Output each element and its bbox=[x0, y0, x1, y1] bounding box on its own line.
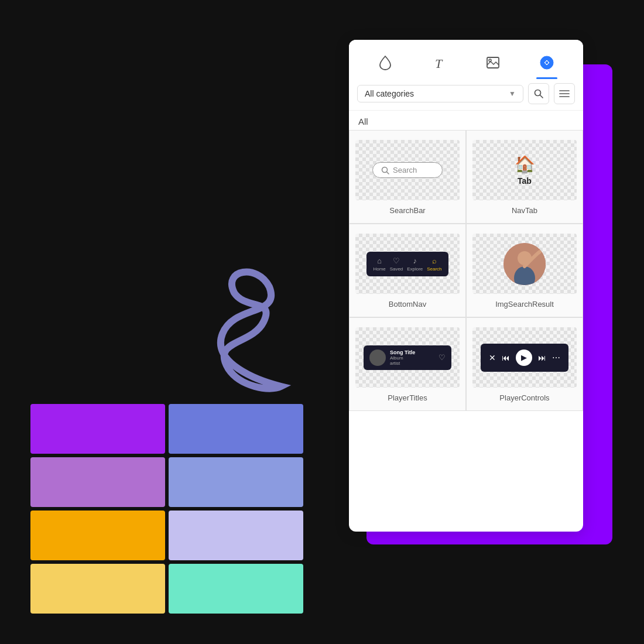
svg-line-6 bbox=[540, 95, 543, 98]
song-title: Song Title bbox=[390, 350, 415, 355]
bottomnav-home: ⌂ Home bbox=[373, 256, 385, 272]
prev-button[interactable]: ⏮ bbox=[502, 353, 510, 362]
playertitles-preview-area: Song Title Album artist ♡ bbox=[355, 327, 460, 388]
search-preview-icon bbox=[381, 166, 389, 174]
navtab-label: NavTab bbox=[512, 206, 537, 215]
svg-point-4 bbox=[546, 61, 548, 64]
menu-filter-button[interactable] bbox=[554, 83, 575, 104]
player-thumbnail bbox=[369, 350, 386, 366]
ribbon-decoration bbox=[164, 252, 363, 398]
text-icon[interactable]: T bbox=[429, 52, 450, 73]
searchbar-preview-area: Search bbox=[355, 140, 460, 200]
heart-icon: ♡ bbox=[439, 353, 446, 362]
album-name: Album bbox=[390, 355, 415, 361]
play-button[interactable]: ▶ bbox=[516, 350, 532, 366]
svg-line-11 bbox=[387, 172, 389, 174]
bottomnav-explore: ♪ Explore bbox=[407, 256, 423, 272]
component-cell-imgsearch[interactable]: ImgSearchResult bbox=[466, 224, 583, 317]
filter-row: All categories ▼ bbox=[349, 77, 583, 111]
swatch-blue-light[interactable] bbox=[169, 457, 303, 507]
more-button[interactable]: ⋯ bbox=[552, 353, 560, 362]
panel-toolbar: T bbox=[349, 40, 583, 77]
searchbar-preview: Search bbox=[372, 162, 443, 178]
swatch-yellow[interactable] bbox=[30, 564, 165, 614]
chevron-down-icon: ▼ bbox=[509, 90, 516, 98]
component-cell-bottomnav[interactable]: ⌂ Home ♡ Saved ♪ Explore ⌕ Search bbox=[349, 224, 466, 317]
navtab-preview-area: 🏠 Tab bbox=[472, 140, 577, 200]
tab-label: Tab bbox=[518, 176, 532, 186]
category-label: All categories bbox=[365, 89, 414, 98]
searchbar-label: SearchBar bbox=[389, 206, 425, 215]
category-dropdown[interactable]: All categories ▼ bbox=[357, 85, 523, 102]
playercontrols-preview: ✕ ⏮ ▶ ⏭ ⋯ bbox=[481, 344, 568, 372]
components-grid: Search SearchBar 🏠 Tab NavTab ⌂ Home bbox=[349, 130, 583, 411]
component-cell-playercontrols[interactable]: ✕ ⏮ ▶ ⏭ ⋯ PlayerControls bbox=[466, 317, 583, 411]
swatch-teal[interactable] bbox=[169, 564, 303, 614]
swatch-purple-dark[interactable] bbox=[30, 404, 165, 454]
swatch-blue-medium[interactable] bbox=[169, 404, 303, 454]
bottomnav-preview: ⌂ Home ♡ Saved ♪ Explore ⌕ Search bbox=[366, 252, 448, 276]
swatch-lavender[interactable] bbox=[169, 511, 303, 560]
swatch-purple-light[interactable] bbox=[30, 457, 165, 507]
playercontrols-preview-area: ✕ ⏮ ▶ ⏭ ⋯ bbox=[472, 327, 577, 388]
svg-text:T: T bbox=[435, 56, 443, 70]
component-cell-playertitles[interactable]: Song Title Album artist ♡ PlayerTitles bbox=[349, 317, 466, 411]
player-text: Song Title Album artist bbox=[390, 350, 415, 366]
component-cell-navtab[interactable]: 🏠 Tab NavTab bbox=[466, 130, 583, 224]
avatar-image bbox=[503, 243, 546, 285]
playertitles-left: Song Title Album artist bbox=[369, 350, 415, 366]
artist-name: artist bbox=[390, 361, 415, 366]
image-icon[interactable] bbox=[482, 52, 503, 73]
bottomnav-label: BottomNav bbox=[389, 300, 426, 309]
house-icon: 🏠 bbox=[515, 155, 535, 174]
saved-nav-icon: ♡ bbox=[393, 256, 400, 265]
home-nav-label: Home bbox=[373, 266, 385, 272]
playertitles-label: PlayerTitles bbox=[388, 393, 427, 402]
color-swatches bbox=[30, 404, 303, 614]
bottomnav-preview-area: ⌂ Home ♡ Saved ♪ Explore ⌕ Search bbox=[355, 234, 460, 294]
search-nav-icon: ⌕ bbox=[432, 256, 437, 265]
navtab-preview: 🏠 Tab bbox=[515, 155, 535, 186]
playertitles-preview: Song Title Album artist ♡ bbox=[364, 345, 451, 370]
ink-drop-icon[interactable] bbox=[375, 52, 396, 73]
imgsearch-avatar bbox=[503, 243, 546, 285]
imgsearch-preview-area bbox=[472, 234, 577, 294]
svg-point-2 bbox=[489, 59, 491, 61]
home-nav-icon: ⌂ bbox=[377, 256, 382, 265]
saved-nav-label: Saved bbox=[390, 266, 403, 272]
component-cell-searchbar[interactable]: Search SearchBar bbox=[349, 130, 466, 224]
search-placeholder-text: Search bbox=[393, 166, 417, 174]
shuffle-button[interactable]: ✕ bbox=[489, 353, 496, 362]
imgsearch-label: ImgSearchResult bbox=[495, 300, 554, 309]
explore-nav-icon: ♪ bbox=[413, 256, 417, 265]
swatch-orange[interactable] bbox=[30, 511, 165, 560]
components-icon[interactable] bbox=[536, 52, 557, 73]
explore-nav-label: Explore bbox=[407, 266, 423, 272]
bottomnav-saved: ♡ Saved bbox=[390, 256, 403, 272]
section-all-label: All bbox=[349, 111, 583, 130]
bottomnav-search: ⌕ Search bbox=[427, 256, 441, 272]
search-nav-label: Search bbox=[427, 266, 441, 272]
playercontrols-label: PlayerControls bbox=[499, 393, 549, 402]
search-filter-button[interactable] bbox=[528, 83, 549, 104]
next-button[interactable]: ⏭ bbox=[538, 353, 546, 362]
components-panel: T All categories ▼ bbox=[349, 40, 583, 532]
